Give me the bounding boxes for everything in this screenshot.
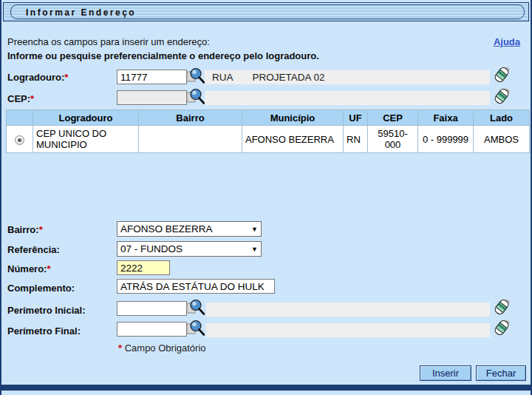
col-lado: Lado	[474, 110, 530, 126]
chevron-down-icon: ▼	[251, 246, 258, 253]
row-radio-selected[interactable]	[15, 135, 24, 145]
cep-results-table: Logradouro Bairro Município UF CEP Faixa…	[6, 109, 530, 153]
required-footnote: * Campo Obrigatório	[118, 342, 206, 354]
complemento-input[interactable]	[117, 279, 275, 294]
cell-municipio: AFONSO BEZERRA	[242, 126, 344, 153]
cell-faixa: 0 - 999999	[418, 126, 474, 153]
intro-text: Preencha os campos para inserir um ender…	[7, 36, 210, 47]
col-uf: UF	[344, 110, 368, 126]
perimetro-final-display	[206, 323, 490, 337]
help-link[interactable]: Ajuda	[494, 36, 520, 47]
col-select	[7, 110, 33, 126]
col-faixa: Faixa	[418, 110, 474, 126]
numero-label: Número:*	[7, 263, 51, 274]
col-bairro: Bairro	[139, 110, 242, 126]
bairro-selected-value: AFONSO BEZERRA	[120, 223, 213, 234]
table-row[interactable]: CEP UNICO DO MUNICIPIO AFONSO BEZERRA RN…	[7, 126, 530, 153]
perimetro-inicial-search-icon[interactable]	[186, 298, 205, 317]
bairro-label: Bairro:*	[7, 224, 43, 235]
referencia-label: Referência:	[7, 244, 60, 255]
cep-code-input	[117, 90, 187, 105]
referencia-select[interactable]: 07 - FUNDOS ▼	[117, 241, 262, 257]
informar-endereco-window: Informar Endereço Preencha os campos par…	[0, 0, 532, 395]
cep-search-icon[interactable]	[186, 87, 205, 107]
perimetro-final-search-icon[interactable]	[186, 319, 205, 338]
logradouro-search-icon[interactable]	[186, 67, 205, 86]
perimetro-inicial-label: Perímetro Inicial:	[7, 305, 85, 316]
window-bottom-border	[1, 385, 531, 391]
logradouro-label: Logradouro:*	[7, 72, 68, 83]
window-titlebar: Informar Endereço	[3, 2, 529, 21]
chevron-down-icon: ▼	[251, 226, 258, 233]
cep-label: CEP:*	[7, 93, 34, 104]
perimetro-inicial-display	[206, 303, 490, 317]
logradouro-nome-value: PROJETADA 02	[253, 72, 325, 83]
perimetro-inicial-clear-icon[interactable]	[492, 297, 511, 317]
cell-uf: RN	[344, 126, 368, 153]
bairro-select[interactable]: AFONSO BEZERRA ▼	[117, 221, 262, 237]
instruction-text: Informe ou pesquise preferencialmente o …	[7, 50, 319, 61]
cell-bairro	[139, 126, 242, 153]
page-title: Informar Endereço	[26, 7, 136, 18]
perimetro-final-label: Perímetro Final:	[7, 325, 81, 337]
logradouro-display: RUA PROJETADA 02	[205, 70, 490, 84]
perimetro-final-clear-icon[interactable]	[492, 318, 511, 337]
col-cep: CEP	[368, 110, 418, 126]
cep-clear-icon[interactable]	[492, 87, 511, 106]
logradouro-code-input[interactable]	[117, 70, 187, 84]
inserir-button[interactable]: Inserir	[420, 365, 471, 381]
fechar-button[interactable]: Fechar	[476, 365, 526, 381]
col-municipio: Município	[242, 110, 344, 126]
complemento-label: Complemento:	[7, 283, 75, 294]
perimetro-inicial-input[interactable]	[117, 301, 187, 316]
cell-lado: AMBOS	[474, 126, 530, 153]
perimetro-final-input[interactable]	[117, 322, 187, 337]
cell-logradouro: CEP UNICO DO MUNICIPIO	[33, 126, 139, 153]
col-logradouro: Logradouro	[33, 110, 139, 126]
cep-display	[205, 91, 490, 105]
cell-cep: 59510-000	[368, 126, 418, 153]
numero-input[interactable]	[117, 260, 170, 275]
logradouro-tipo-value: RUA	[205, 72, 233, 83]
table-header-row: Logradouro Bairro Município UF CEP Faixa…	[7, 110, 530, 126]
referencia-selected-value: 07 - FUNDOS	[120, 243, 183, 254]
logradouro-clear-icon[interactable]	[492, 65, 511, 84]
